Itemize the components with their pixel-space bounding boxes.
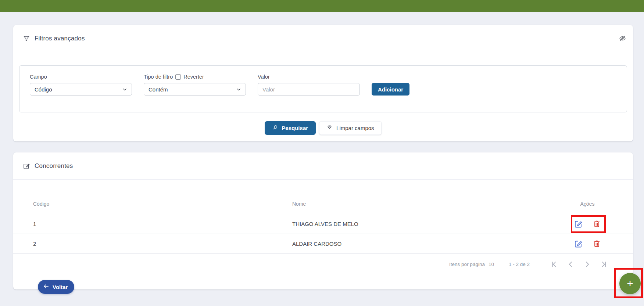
table-row: 2 ALDAIR CARDOSO: [13, 234, 633, 254]
reverter-label: Reverter: [183, 74, 204, 80]
next-page-button[interactable]: [579, 260, 595, 268]
campo-field-group: Campo Código: [30, 73, 132, 96]
chevron-down-icon: [122, 87, 127, 92]
voltar-button-label: Voltar: [53, 284, 68, 290]
table-header-row: Código Nome Ações: [13, 194, 633, 214]
eraser-icon: [326, 125, 333, 132]
valor-field-group: Valor: [258, 73, 360, 96]
paginator: Itens por página 10 1 - 2 de 2: [13, 254, 633, 274]
tipo-label: Tipo de filtro: [144, 74, 173, 80]
trash-icon: [593, 220, 601, 228]
campo-select[interactable]: Código: [30, 83, 132, 96]
eye-off-icon: [619, 35, 626, 42]
filter-funnel-icon: [23, 35, 30, 42]
campo-select-value: Código: [35, 86, 52, 93]
add-record-fab[interactable]: +: [619, 273, 641, 294]
limpar-campos-button-label: Limpar campos: [336, 125, 374, 131]
first-page-icon: [550, 260, 558, 268]
column-header-acoes: Ações: [569, 201, 606, 207]
tipo-field-group: Tipo de filtro Reverter Contém: [144, 73, 246, 96]
concorrentes-table: Código Nome Ações 1 THIAGO ALVES DE MELO: [13, 180, 633, 274]
column-header-codigo: Código: [33, 201, 292, 207]
filters-card-title: Filtros avançados: [35, 35, 85, 42]
reverter-checkbox[interactable]: [175, 74, 181, 80]
filter-builder-box: Campo Código Tipo de filtro Reverter Con…: [19, 65, 627, 112]
adicionar-button[interactable]: Adicionar: [372, 83, 409, 96]
chevron-right-icon: [583, 260, 591, 268]
concorrentes-card: Concorrentes Código Nome Ações 1 THIAGO …: [13, 152, 633, 289]
pesquisar-button[interactable]: Pesquisar: [265, 121, 316, 135]
trash-icon: [593, 240, 601, 248]
plus-icon: +: [627, 278, 633, 289]
valor-label: Valor: [258, 73, 360, 80]
edit-square-icon: [23, 162, 30, 170]
items-per-page-value[interactable]: 10: [489, 262, 494, 267]
filter-actions-row: Pesquisar Limpar campos: [13, 121, 633, 135]
top-bar: [0, 0, 644, 12]
items-per-page-label: Itens por página: [449, 262, 485, 267]
cell-nome: THIAGO ALVES DE MELO: [292, 221, 569, 227]
edit-button[interactable]: [573, 219, 583, 229]
cell-codigo: 1: [33, 221, 292, 227]
delete-button[interactable]: [592, 219, 602, 229]
cell-codigo: 2: [33, 241, 292, 247]
edit-icon: [574, 220, 583, 228]
column-header-nome: Nome: [292, 201, 569, 207]
delete-button[interactable]: [592, 239, 602, 249]
tipo-filtro-select[interactable]: Contém: [144, 83, 246, 96]
concorrentes-card-header: Concorrentes: [13, 152, 633, 180]
edit-button[interactable]: [573, 239, 583, 249]
add-filter-group: Adicionar: [372, 83, 409, 96]
last-page-icon: [600, 260, 608, 268]
first-page-button[interactable]: [546, 260, 562, 268]
concorrentes-card-title: Concorrentes: [35, 162, 73, 170]
chevron-down-icon: [236, 87, 241, 92]
campo-label: Campo: [30, 73, 132, 80]
filters-card-header: Filtros avançados: [13, 25, 633, 52]
limpar-campos-button[interactable]: Limpar campos: [319, 121, 382, 135]
chevron-left-icon: [567, 260, 575, 268]
page-range-label: 1 - 2 de 2: [509, 262, 530, 267]
filters-card: Filtros avançados Campo Código: [13, 25, 633, 141]
last-page-button[interactable]: [595, 260, 612, 268]
valor-input[interactable]: [258, 83, 360, 96]
pesquisar-button-label: Pesquisar: [282, 125, 308, 131]
cell-nome: ALDAIR CARDOSO: [292, 241, 569, 247]
voltar-button[interactable]: Voltar: [38, 280, 74, 294]
edit-icon: [574, 240, 583, 248]
arrow-left-icon: [43, 283, 49, 291]
prev-page-button[interactable]: [562, 260, 579, 268]
table-row: 1 THIAGO ALVES DE MELO: [13, 214, 633, 234]
hide-filters-button[interactable]: [617, 33, 628, 44]
tipo-filtro-select-value: Contém: [149, 86, 168, 93]
search-icon: [272, 125, 278, 132]
